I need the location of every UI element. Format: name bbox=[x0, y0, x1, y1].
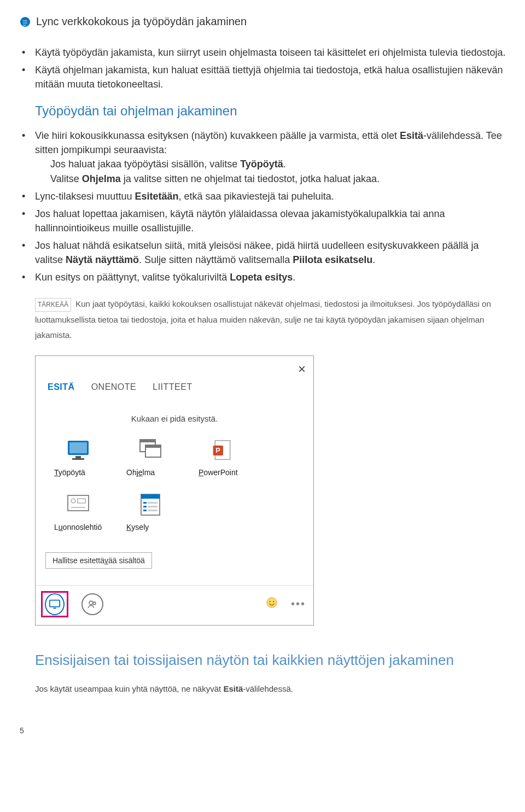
tile-program-label: Ohjelma bbox=[126, 468, 174, 477]
intro-bullet-2: Käytä ohjelman jakamista, kun haluat esi… bbox=[20, 63, 509, 91]
note-badge: TÄRKEÄÄ bbox=[35, 298, 71, 312]
tile-desktop-label: Työpöytä bbox=[54, 468, 102, 477]
svg-rect-17 bbox=[143, 502, 147, 504]
svg-rect-21 bbox=[143, 510, 147, 511]
svg-rect-8 bbox=[145, 445, 161, 448]
tab-liitteet[interactable]: LIITTEET bbox=[153, 382, 192, 392]
whiteboard-icon bbox=[66, 492, 91, 517]
manage-content-button[interactable]: Hallitse esitettävää sisältöä bbox=[45, 552, 152, 569]
section1-b1: Vie hiiri kokousikkunassa esityksen (näy… bbox=[20, 128, 509, 185]
note-text: Kun jaat työpöytäsi, kaikki kokouksen os… bbox=[35, 299, 491, 340]
important-note: TÄRKEÄÄ Kun jaat työpöytäsi, kaikki koko… bbox=[35, 296, 509, 343]
svg-rect-7 bbox=[140, 440, 155, 442]
participants-button[interactable] bbox=[81, 593, 103, 615]
section1-b5: Kun esitys on päättynyt, valitse työkalu… bbox=[20, 270, 509, 284]
svg-rect-18 bbox=[148, 502, 158, 504]
page-title: Lync verkkokokous ja työpöydän jakaminen bbox=[36, 15, 247, 28]
tab-strip: ESITÄ ONENOTE LIITTEET bbox=[36, 356, 313, 392]
svg-rect-2 bbox=[69, 442, 87, 453]
intro-list: Käytä työpöydän jakamista, kun siirryt u… bbox=[20, 45, 509, 91]
section-heading-sharing: Työpöydän tai ohjelman jakaminen bbox=[35, 103, 509, 119]
tile-poll-label: Kysely bbox=[126, 523, 174, 531]
tile-desktop[interactable]: Työpöytä bbox=[54, 437, 102, 477]
svg-point-29 bbox=[273, 601, 274, 602]
section1-b4: Jos haluat nähdä esikatselun siitä, mitä… bbox=[20, 238, 509, 267]
svg-text:P: P bbox=[215, 446, 220, 454]
tab-onenote[interactable]: ONENOTE bbox=[91, 382, 137, 392]
section1-b2: Lync-tilaksesi muuttuu Esitetään, etkä s… bbox=[20, 189, 509, 203]
svg-rect-22 bbox=[148, 510, 158, 511]
svg-rect-20 bbox=[148, 506, 158, 507]
lync-logo-icon bbox=[20, 16, 31, 27]
more-button[interactable]: ••• bbox=[291, 598, 306, 610]
present-button-highlight bbox=[41, 591, 68, 617]
tab-esita[interactable]: ESITÄ bbox=[48, 382, 75, 392]
tile-program[interactable]: Ohjelma bbox=[126, 437, 174, 477]
page-number: 5 bbox=[20, 726, 509, 735]
lync-present-panel: × ESITÄ ONENOTE LIITTEET Kukaan ei pidä … bbox=[35, 355, 314, 626]
svg-rect-3 bbox=[75, 456, 81, 458]
svg-rect-16 bbox=[141, 494, 160, 499]
tile-whiteboard-label: Luonnoslehtiö bbox=[54, 523, 102, 531]
svg-rect-23 bbox=[50, 600, 60, 606]
section-heading-monitors: Ensisijaisen tai toissijaisen näytön tai… bbox=[35, 652, 509, 669]
desktop-icon bbox=[66, 437, 91, 463]
section1-list: Vie hiiri kokousikkunassa esityksen (näy… bbox=[20, 128, 509, 284]
svg-rect-24 bbox=[53, 607, 56, 609]
close-icon[interactable]: × bbox=[298, 363, 306, 376]
program-icon bbox=[138, 437, 163, 463]
present-monitor-button[interactable] bbox=[45, 593, 65, 615]
tile-whiteboard[interactable]: Luonnoslehtiö bbox=[54, 492, 102, 531]
powerpoint-icon: P bbox=[210, 437, 235, 463]
svg-point-25 bbox=[89, 601, 93, 605]
emoji-button[interactable] bbox=[266, 597, 278, 612]
intro-bullet-1: Käytä työpöydän jakamista, kun siirryt u… bbox=[20, 45, 509, 60]
svg-rect-4 bbox=[72, 458, 84, 460]
svg-point-27 bbox=[267, 598, 277, 607]
svg-point-28 bbox=[270, 601, 271, 602]
tile-powerpoint[interactable]: P PowerPoint bbox=[199, 437, 247, 477]
section1-b3: Jos haluat lopettaa jakamisen, käytä näy… bbox=[20, 207, 509, 235]
section2-note: Jos käytät useampaa kuin yhtä näyttöä, n… bbox=[35, 684, 509, 693]
tile-poll[interactable]: Kysely bbox=[126, 492, 174, 531]
svg-point-26 bbox=[93, 602, 96, 605]
svg-rect-19 bbox=[143, 506, 147, 507]
poll-icon bbox=[138, 492, 163, 517]
presenting-status: Kukaan ei pidä esitystä. bbox=[36, 392, 313, 437]
bottom-toolbar: ••• bbox=[36, 585, 313, 621]
tile-powerpoint-label: PowerPoint bbox=[199, 468, 247, 477]
